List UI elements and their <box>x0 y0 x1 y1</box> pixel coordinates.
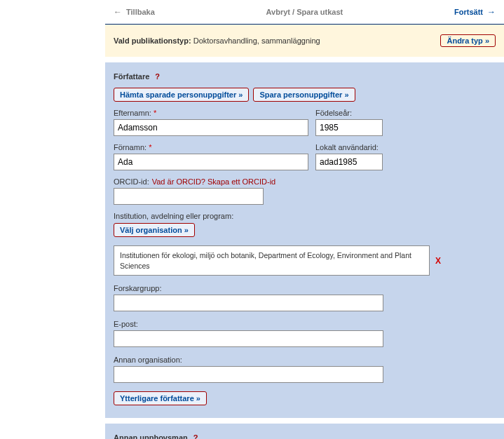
contributor-heading: Annan upphovsman ? <box>114 433 496 439</box>
localuser-input[interactable] <box>315 154 383 170</box>
top-nav-bar: ← Tillbaka Avbryt / Spara utkast Fortsät… <box>105 0 504 25</box>
select-org-button[interactable]: Välj organisation » <box>114 223 195 237</box>
help-icon[interactable]: ? <box>155 72 160 81</box>
arrow-right-icon: → <box>487 7 496 17</box>
orcid-input[interactable] <box>114 188 264 205</box>
lastname-input[interactable] <box>114 119 308 136</box>
email-label: E-post: <box>114 320 496 328</box>
help-icon[interactable]: ? <box>193 433 198 439</box>
birthyear-input[interactable] <box>315 119 383 136</box>
orcid-help-link[interactable]: Vad är ORCID? Skapa ett ORCID-id <box>152 177 275 186</box>
selected-org-box: Institutionen för ekologi, miljö och bot… <box>114 245 430 276</box>
otherorg-input[interactable] <box>114 366 383 383</box>
selected-type-bar: Vald publikationstyp: Doktorsavhandling,… <box>105 25 504 57</box>
institution-label: Institution, avdelning eller program: <box>114 212 496 220</box>
firstname-input[interactable] <box>114 154 308 170</box>
continue-link[interactable]: Fortsätt <box>454 8 483 16</box>
author-heading: Författare ? <box>114 72 496 81</box>
lastname-label: Efternamn: * <box>114 109 308 117</box>
researchgroup-input[interactable] <box>114 295 383 311</box>
cancel-save-link[interactable]: Avbryt / Spara utkast <box>266 8 343 16</box>
email-input[interactable] <box>114 330 383 347</box>
back-link[interactable]: Tillbaka <box>126 8 155 16</box>
contributor-panel: Annan upphovsman ? Lägg till upphovsman … <box>105 424 504 439</box>
selected-type-label: Vald publikationstyp: Doktorsavhandling,… <box>114 36 320 45</box>
remove-org-icon[interactable]: X <box>435 256 441 266</box>
fetch-person-button[interactable]: Hämta sparade personuppgifter » <box>114 88 249 102</box>
birthyear-label: Födelseår: <box>315 109 383 117</box>
arrow-left-icon: ← <box>114 7 122 17</box>
more-authors-button[interactable]: Ytterligare författare » <box>114 391 207 405</box>
author-panel: Författare ? Hämta sparade personuppgift… <box>105 62 504 418</box>
orcid-label: ORCID-id: <box>114 177 149 186</box>
localuser-label: Lokalt användarid: <box>315 143 383 151</box>
otherorg-label: Annan organisation: <box>114 356 496 364</box>
change-type-button[interactable]: Ändra typ » <box>440 34 496 47</box>
firstname-label: Förnamn: * <box>114 143 308 151</box>
researchgroup-label: Forskargrupp: <box>114 284 496 292</box>
save-person-button[interactable]: Spara personuppgifter » <box>253 88 355 102</box>
